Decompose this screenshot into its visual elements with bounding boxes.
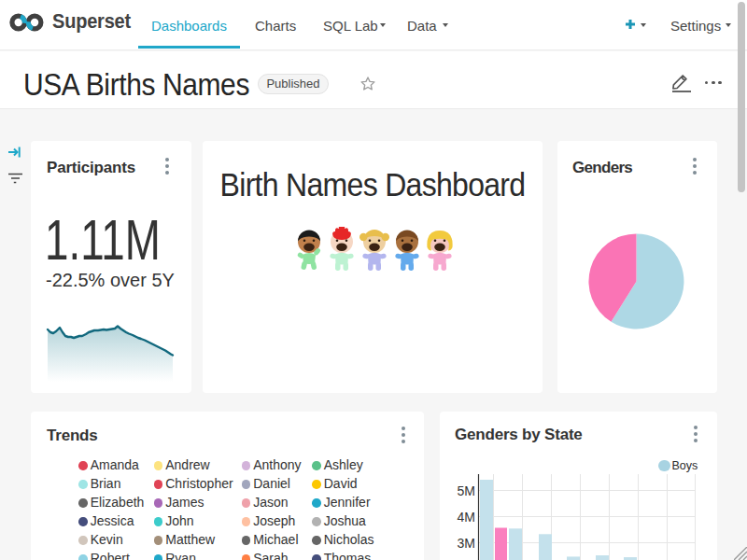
svg-text:4M: 4M (458, 510, 475, 525)
svg-text:3M: 3M (458, 536, 475, 551)
svg-text:5M: 5M (458, 483, 475, 498)
